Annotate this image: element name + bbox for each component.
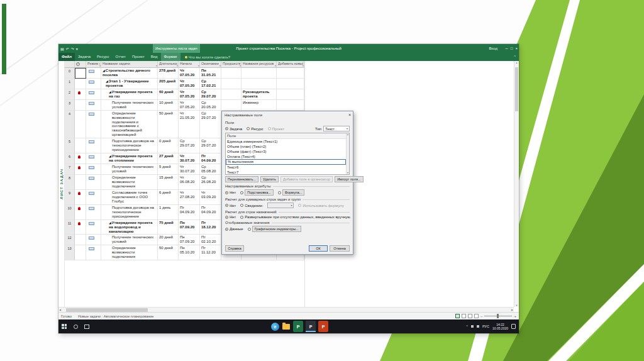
finish-cell[interactable]: Пт 18.12.20 xyxy=(200,220,221,235)
edge-taskbar-icon[interactable]: e xyxy=(271,323,279,331)
ribbon-tab-6[interactable]: Формат xyxy=(161,53,180,61)
duration-cell[interactable]: 50 дней xyxy=(158,111,179,139)
info-cell[interactable] xyxy=(75,89,86,100)
column-filter-icon[interactable]: ▾ xyxy=(275,65,276,67)
rollup-none-radio[interactable]: Нет xyxy=(225,204,236,208)
task-mode-cell[interactable] xyxy=(86,245,101,260)
project-taskbar-icon[interactable]: P xyxy=(293,321,303,332)
view-sheet-button[interactable] xyxy=(468,314,472,318)
duration-cell[interactable]: 1 день xyxy=(158,205,179,220)
radio-resource[interactable]: Ресурс xyxy=(247,127,263,131)
corner-cell[interactable] xyxy=(65,61,75,68)
summary-expand-icon[interactable]: ◢ xyxy=(103,69,105,72)
add-column-cell[interactable] xyxy=(277,89,304,100)
scroll-down-icon[interactable]: ▼ xyxy=(347,172,348,174)
info-cell[interactable] xyxy=(75,235,86,245)
row-number[interactable]: 3 xyxy=(65,100,75,111)
delete-button[interactable]: Удалить xyxy=(260,176,279,182)
tell-me-box[interactable]: Что вы хотите сделать? xyxy=(185,53,230,61)
info-cell[interactable] xyxy=(75,111,86,139)
zoom-slider[interactable] xyxy=(484,316,512,316)
fields-list[interactable]: Поле Единица измерения (Текст1)Объем (пл… xyxy=(225,133,350,175)
task-mode-cell[interactable] xyxy=(86,138,101,153)
assignment-none-radio[interactable]: Нет xyxy=(225,215,236,219)
attrs-formula-radio[interactable]: Формула... xyxy=(278,189,305,196)
task-name-cell[interactable]: Определение возможности подключения xyxy=(101,175,158,190)
info-column-header[interactable]: i xyxy=(75,61,86,68)
network-icon[interactable] xyxy=(471,325,474,328)
type-select[interactable]: Текст▾ xyxy=(323,126,350,131)
info-cell[interactable] xyxy=(75,220,86,235)
rename-button[interactable]: Переименовать... xyxy=(225,176,258,182)
task-mode-cell[interactable] xyxy=(86,235,101,245)
duration-cell[interactable]: 6 дней xyxy=(158,190,179,205)
add-column-cell[interactable] xyxy=(277,100,304,111)
task-name-cell[interactable]: Получение технических условий xyxy=(101,164,158,175)
column-header-0[interactable]: Режим задачи▾ xyxy=(86,61,101,68)
field-item-3[interactable]: Оплата (Текст4) xyxy=(226,154,346,159)
row-number[interactable]: 2 xyxy=(65,89,75,100)
minimize-icon[interactable]: ─ xyxy=(506,47,508,50)
task-mode-cell[interactable] xyxy=(86,100,101,111)
info-cell[interactable] xyxy=(75,205,86,220)
new-tasks-mode[interactable]: Новые задачи : Автоматическое планирован… xyxy=(78,314,153,318)
column-header-3[interactable]: Начало▾ xyxy=(179,61,200,68)
finish-cell[interactable]: Пт 11.12.20 xyxy=(200,245,221,260)
row-number[interactable]: 0 xyxy=(65,68,75,79)
finish-cell[interactable]: Ср 29.07.20 xyxy=(200,89,221,100)
duration-cell[interactable]: 60 дней xyxy=(158,89,179,100)
summary-expand-icon[interactable]: ◢ xyxy=(109,221,111,225)
task-name-cell[interactable]: Определение возможности подключения и со… xyxy=(101,111,158,139)
info-cell[interactable] xyxy=(75,68,86,79)
resources-cell[interactable]: Руководитель проекта xyxy=(242,89,277,100)
column-header-4[interactable]: Окончание▾ xyxy=(200,61,221,68)
scroll-down-icon[interactable]: ▼ xyxy=(516,304,518,307)
attrs-none-radio[interactable]: Нет xyxy=(225,191,236,194)
vertical-scrollbar[interactable]: ▲ ▼ xyxy=(514,61,519,307)
row-number[interactable]: 7 xyxy=(65,164,75,175)
task-name-cell[interactable]: Определение возможности подключения xyxy=(101,245,158,260)
column-header-6[interactable]: Названия ресурсов▾ xyxy=(242,61,277,68)
undo-icon[interactable]: ↶ xyxy=(66,47,69,51)
scroll-left-icon[interactable]: ◀ xyxy=(59,308,61,311)
scroll-up-icon[interactable]: ▲ xyxy=(516,61,518,64)
zoom-in-icon[interactable]: + xyxy=(514,314,516,318)
graphical-indicators-button[interactable]: Графические индикаторы... xyxy=(252,226,301,232)
duration-cell[interactable]: 75 дней xyxy=(158,220,179,235)
task-name-cell[interactable]: ◢Этап 1 - Утверждение проектов xyxy=(101,79,158,89)
column-header-1[interactable]: Название задачи▾ xyxy=(101,61,158,68)
help-button[interactable]: Справка xyxy=(225,245,244,252)
close-icon[interactable]: × xyxy=(515,47,518,50)
predecessors-cell[interactable] xyxy=(221,79,242,89)
start-cell[interactable]: Ср 29.07.20 xyxy=(179,138,200,153)
sign-in-link[interactable]: Вход xyxy=(489,44,497,53)
task-mode-cell[interactable] xyxy=(86,175,101,190)
duration-cell[interactable]: 278 дней xyxy=(158,68,179,79)
add-column-cell[interactable] xyxy=(277,79,304,89)
radio-task[interactable]: Задача xyxy=(225,127,242,131)
task-name-cell[interactable]: Получение технических условий xyxy=(101,100,158,111)
tray-expand-icon[interactable]: ^ xyxy=(467,325,468,328)
redo-icon[interactable]: ↷ xyxy=(71,47,74,51)
summary-expand-icon[interactable]: ◢ xyxy=(106,79,108,83)
task-mode-cell[interactable] xyxy=(86,190,101,205)
start-cell[interactable]: Пн 07.09.20 xyxy=(179,220,200,235)
finish-cell[interactable]: Ср 17.02.21 xyxy=(200,79,221,89)
row-number[interactable]: 5 xyxy=(65,138,75,153)
task-name-cell[interactable]: Подготовка договора на технологическое п… xyxy=(101,205,158,220)
start-cell[interactable]: Чт 07.05.20 xyxy=(179,68,200,79)
column-header-7[interactable]: Добавить новый столбец▾ xyxy=(277,61,304,68)
finish-cell[interactable]: Ср 26.08.20 xyxy=(200,175,221,190)
powerpoint-taskbar-icon[interactable]: P xyxy=(318,321,328,332)
task-view-button[interactable] xyxy=(81,319,92,333)
column-header-5[interactable]: Предшественники▾ xyxy=(221,61,242,68)
duration-cell[interactable]: 15 дней xyxy=(158,175,179,190)
language-indicator[interactable]: РУС xyxy=(482,325,489,328)
column-header-2[interactable]: Длительность▾ xyxy=(158,61,179,68)
view-gantt-button[interactable] xyxy=(455,314,460,318)
ribbon-tab-5[interactable]: Вид xyxy=(148,53,161,61)
resources-cell[interactable]: Инженер xyxy=(242,100,277,111)
task-name-cell[interactable]: ◢Утверждение проекта на отопление xyxy=(101,153,158,164)
task-mode-cell[interactable] xyxy=(86,153,101,164)
row-number[interactable]: 1 xyxy=(65,79,75,89)
